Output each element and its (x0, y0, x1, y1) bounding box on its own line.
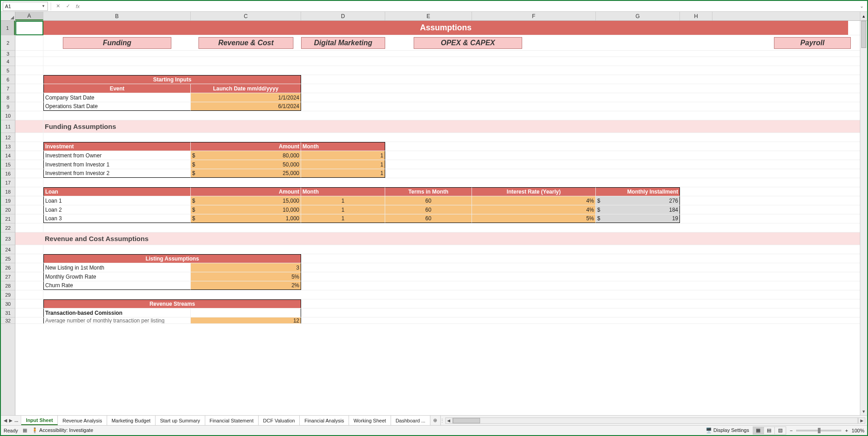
col-header-C[interactable]: C (191, 12, 301, 20)
tab-next-icon[interactable]: ▶ (9, 418, 13, 423)
col-header-D[interactable]: D (301, 12, 385, 20)
loan-name[interactable]: Loan 3 (43, 214, 191, 223)
cell-A1[interactable] (15, 21, 43, 35)
listing-name[interactable]: New Listing in 1st Month (43, 263, 191, 272)
loan-name[interactable]: Loan 2 (43, 205, 191, 214)
loan-terms[interactable]: 60 (385, 205, 472, 214)
formula-expand-icon[interactable]: ⌄ (858, 4, 865, 9)
col-header-B[interactable]: B (43, 12, 191, 20)
row-header-19[interactable]: 19 (1, 196, 15, 205)
formula-input[interactable] (84, 2, 856, 11)
zoom-slider[interactable] (796, 430, 841, 431)
event-value[interactable]: Operations Start Date (43, 102, 191, 111)
sheet-tab-marketing-budget[interactable]: Marketing Budget (107, 416, 156, 425)
loan-rate[interactable]: 4% (472, 205, 596, 214)
horizontal-scrollbar[interactable]: ◀ ▶ (443, 416, 867, 425)
row-header-28[interactable]: 28 (1, 281, 15, 290)
row-header-13[interactable]: 13 (1, 142, 15, 151)
row-header-30[interactable]: 30 (1, 299, 15, 308)
investment-amount[interactable]: $50,000 (191, 160, 301, 169)
row-header-31[interactable]: 31 (1, 308, 15, 318)
confirm-icon[interactable]: ✓ (64, 2, 72, 10)
row-header-20[interactable]: 20 (1, 205, 15, 214)
tab-prev-icon[interactable]: ◀ (4, 418, 7, 423)
row-header-8[interactable]: 8 (1, 93, 15, 102)
row-header-12[interactable]: 12 (1, 133, 15, 142)
listing-value[interactable]: 5% (191, 272, 301, 281)
zoom-level[interactable]: 100% (852, 428, 864, 433)
row-header-29[interactable]: 29 (1, 290, 15, 299)
listing-value[interactable]: 3 (191, 263, 301, 272)
loan-amount[interactable]: $10,000 (191, 205, 301, 214)
view-page-layout-icon[interactable]: ▤ (764, 427, 775, 434)
col-header-E[interactable]: E (385, 12, 472, 20)
sheet-tab-startup-summary[interactable]: Start up Summary (156, 416, 205, 425)
view-page-break-icon[interactable]: ▧ (775, 427, 786, 434)
row-header-1[interactable]: 1 (1, 21, 15, 35)
select-all-corner[interactable] (1, 12, 15, 20)
sheet-tab-dcf-valuation[interactable]: DCF Valuation (259, 416, 300, 425)
loan-month[interactable]: 1 (301, 205, 385, 214)
row-header-9[interactable]: 9 (1, 102, 15, 111)
event-value[interactable]: Company Start Date (43, 93, 191, 102)
loan-amount[interactable]: $1,000 (191, 214, 301, 223)
row-header-14[interactable]: 14 (1, 151, 15, 160)
row-header-7[interactable]: 7 (1, 84, 15, 93)
avg-monthly-tx-name[interactable]: Average number of monthly transaction pe… (43, 318, 191, 323)
row-header-25[interactable]: 25 (1, 254, 15, 263)
zoom-out-icon[interactable]: − (790, 428, 793, 433)
loan-amount[interactable]: $15,000 (191, 196, 301, 205)
fx-icon[interactable]: fx (74, 2, 82, 10)
loan-month[interactable]: 1 (301, 196, 385, 205)
loan-terms[interactable]: 60 (385, 214, 472, 223)
tab-digital-marketing[interactable]: Digital Marketing (301, 37, 385, 49)
add-sheet-icon[interactable]: ⊕ (430, 416, 440, 425)
loan-month[interactable]: 1 (301, 214, 385, 223)
tab-payroll[interactable]: Payroll (774, 37, 851, 49)
hscroll-left-icon[interactable]: ◀ (445, 417, 453, 424)
investment-name[interactable]: Investment from Investor 2 (43, 169, 191, 178)
tab-more-icon[interactable]: ... (14, 418, 18, 423)
tab-funding[interactable]: Funding (63, 37, 171, 49)
row-header-5[interactable]: 5 (1, 66, 15, 75)
investment-name[interactable]: Investment from Owner (43, 151, 191, 160)
col-header-G[interactable]: G (596, 12, 680, 20)
loan-rate[interactable]: 5% (472, 214, 596, 223)
investment-name[interactable]: Investment from Investor 1 (43, 160, 191, 169)
loan-rate[interactable]: 4% (472, 196, 596, 205)
loan-name[interactable]: Loan 1 (43, 196, 191, 205)
investment-month[interactable]: 1 (301, 160, 385, 169)
sheet-tab-revenue-analysis[interactable]: Revenue Analysis (58, 416, 107, 425)
col-header-A[interactable]: A (15, 12, 43, 20)
row-header-27[interactable]: 27 (1, 272, 15, 281)
vertical-scrollbar[interactable]: ▼ (860, 21, 867, 415)
row-header-11[interactable]: 11 (1, 120, 15, 133)
col-header-H[interactable]: H (680, 12, 712, 20)
investment-month[interactable]: 1 (301, 151, 385, 160)
sheet-tab-financial-analysis[interactable]: Financial Analysis (300, 416, 349, 425)
launchdate-value[interactable]: 6/1/2024 (191, 102, 301, 111)
col-header-F[interactable]: F (472, 12, 596, 20)
row-header-32[interactable]: 32 (1, 318, 15, 324)
loan-installment[interactable]: $184 (596, 205, 680, 214)
name-box-dropdown-icon[interactable]: ▼ (41, 3, 46, 9)
cancel-icon[interactable]: ✕ (54, 2, 62, 10)
loan-installment[interactable]: $19 (596, 214, 680, 223)
row-header-15[interactable]: 15 (1, 160, 15, 169)
hscroll-right-icon[interactable]: ▶ (858, 417, 865, 424)
row-header-22[interactable]: 22 (1, 223, 15, 232)
row-header-26[interactable]: 26 (1, 263, 15, 272)
sheet-tab-financial-statement[interactable]: Financial Statement (205, 416, 259, 425)
row-header-3[interactable]: 3 (1, 51, 15, 57)
loan-installment[interactable]: $276 (596, 196, 680, 205)
row-header-24[interactable]: 24 (1, 245, 15, 254)
listing-value[interactable]: 2% (191, 281, 301, 290)
scroll-up-icon[interactable]: ▲ (860, 12, 867, 20)
sheet-tab-dashboard[interactable]: Dashboard ... (391, 416, 430, 425)
zoom-in-icon[interactable]: + (845, 428, 848, 433)
sheet-tab-working-sheet[interactable]: Working Sheet (349, 416, 391, 425)
scroll-down-icon[interactable]: ▼ (860, 408, 867, 415)
investment-amount[interactable]: $80,000 (191, 151, 301, 160)
display-settings-button[interactable]: 🖥️Display Settings (706, 427, 749, 433)
listing-name[interactable]: Churn Rate (43, 281, 191, 290)
